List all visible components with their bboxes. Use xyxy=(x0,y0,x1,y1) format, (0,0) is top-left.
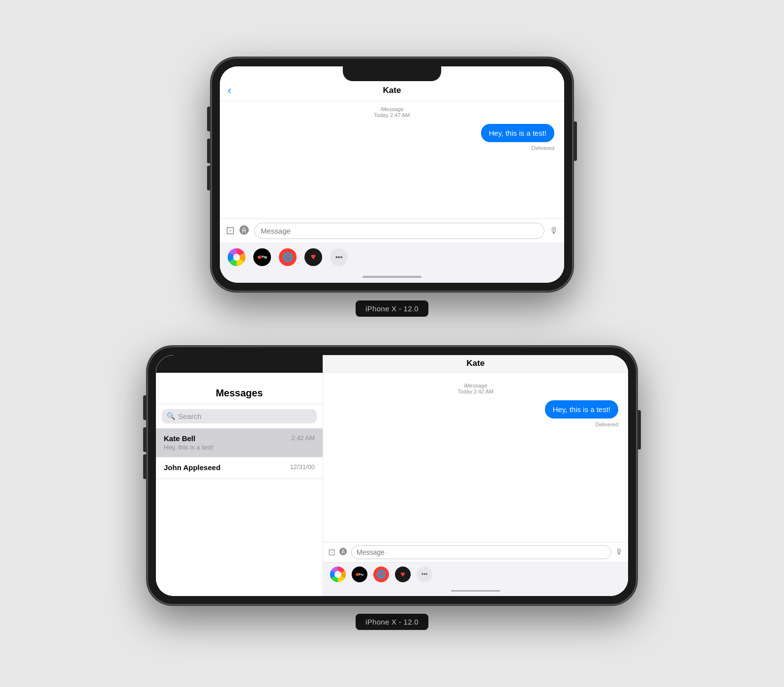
conversation-item-john[interactable]: John Appleseed 12/31/00 xyxy=(156,457,323,479)
conv-name-john: John Appleseed xyxy=(164,463,220,472)
landscape-device-wrapper: Messages 🔍 Search Kate Bell Hey, this is… xyxy=(147,346,637,630)
landscape-home-indicator xyxy=(323,586,628,596)
conv-preview-kate: Hey, this is a test! xyxy=(164,444,214,451)
notch xyxy=(343,66,441,81)
imessage-label: iMessage Today 2:47 AM xyxy=(374,106,410,118)
landscape-device-label: iPhone X - 12.0 xyxy=(356,614,428,630)
landscape-search-icon[interactable]: 🌐 xyxy=(373,567,389,582)
landscape-camera-icon[interactable]: ⊡ xyxy=(328,547,335,558)
search-icon: 🔍 xyxy=(167,412,175,420)
landscape-message-area: iMessage Today 2:42 AM Hey, this is a te… xyxy=(323,373,628,542)
photos-app-icon[interactable] xyxy=(228,248,245,266)
portrait-content: ‹ Kate iMessage Today 2:47 AM Hey, this … xyxy=(220,66,564,283)
sidebar-notch-cover xyxy=(156,355,323,373)
message-bubble-sent: Hey, this is a test! xyxy=(481,124,554,142)
heart-app-icon[interactable]: ♥ xyxy=(304,248,322,266)
landscape-input-bar: ⊡ 🅐 🎙 xyxy=(323,542,628,562)
landscape-appstore-icon[interactable]: 🅐 xyxy=(339,548,347,557)
messages-sidebar: Messages 🔍 Search Kate Bell Hey, this is… xyxy=(156,355,323,596)
landscape-photos-icon[interactable] xyxy=(330,567,346,582)
search-app-icon[interactable]: 🌐 xyxy=(279,248,297,266)
microphone-icon[interactable]: 🎙 xyxy=(549,226,558,236)
landscape-heart-icon[interactable]: ♥ xyxy=(395,567,411,582)
conv-time-kate: 2:42 AM xyxy=(291,434,315,442)
appstore-icon[interactable]: 🅐 xyxy=(240,225,249,237)
chat-contact-name: Kate xyxy=(242,86,542,95)
landscape-imessage-label: iMessage Today 2:42 AM xyxy=(458,383,494,394)
home-indicator xyxy=(220,271,564,283)
landscape-more-icon[interactable]: ••• xyxy=(417,567,432,582)
conv-name-kate: Kate Bell xyxy=(164,434,214,443)
landscape-screen: Messages 🔍 Search Kate Bell Hey, this is… xyxy=(156,355,628,596)
landscape-delivered-label: Delivered xyxy=(596,421,618,427)
conv-time-john: 12/31/00 xyxy=(290,463,315,471)
message-input[interactable] xyxy=(254,223,544,239)
apple-pay-icon[interactable]: 🍎Pay xyxy=(253,248,271,266)
iphone-landscape-frame: Messages 🔍 Search Kate Bell Hey, this is… xyxy=(147,346,637,605)
portrait-app-strip: 🍎Pay 🌐 ♥ ••• xyxy=(220,243,564,271)
portrait-message-area: iMessage Today 2:47 AM Hey, this is a te… xyxy=(220,101,564,218)
chat-panel: Kate iMessage Today 2:42 AM Hey, this is… xyxy=(323,355,628,596)
chat-nav-landscape: Kate xyxy=(323,355,628,373)
chat-title-landscape: Kate xyxy=(467,358,485,368)
portrait-device-wrapper: ‹ Kate iMessage Today 2:47 AM Hey, this … xyxy=(211,58,573,317)
portrait-input-bar: ⊡ 🅐 🎙 xyxy=(220,218,564,243)
landscape-message-bubble: Hey, this is a test! xyxy=(545,400,618,418)
landscape-microphone-icon[interactable]: 🎙 xyxy=(615,548,623,557)
portrait-device-label: iPhone X - 12.0 xyxy=(356,300,428,317)
landscape-message-input[interactable] xyxy=(351,545,611,559)
landscape-home-bar xyxy=(451,590,500,592)
messages-sidebar-title: Messages xyxy=(156,373,323,404)
search-label: Search xyxy=(178,412,202,420)
landscape-app-strip: 🍎Pay 🌐 ♥ ••• xyxy=(323,562,628,586)
iphone-portrait-frame: ‹ Kate iMessage Today 2:47 AM Hey, this … xyxy=(211,58,573,292)
conversation-item-kate[interactable]: Kate Bell Hey, this is a test! 2:42 AM xyxy=(156,428,323,457)
portrait-screen: ‹ Kate iMessage Today 2:47 AM Hey, this … xyxy=(220,66,564,283)
more-icon[interactable]: ••• xyxy=(330,248,348,266)
sidebar-search-bar[interactable]: 🔍 Search xyxy=(162,409,317,423)
camera-icon[interactable]: ⊡ xyxy=(226,224,235,237)
back-button[interactable]: ‹ xyxy=(228,84,242,97)
conv-info-john: John Appleseed xyxy=(164,463,220,473)
conv-info: Kate Bell Hey, this is a test! xyxy=(164,434,214,451)
conversation-list: Kate Bell Hey, this is a test! 2:42 AM J… xyxy=(156,428,323,596)
landscape-apple-pay-icon[interactable]: 🍎Pay xyxy=(352,567,367,582)
delivered-label: Delivered xyxy=(532,145,554,151)
home-bar xyxy=(362,276,422,278)
